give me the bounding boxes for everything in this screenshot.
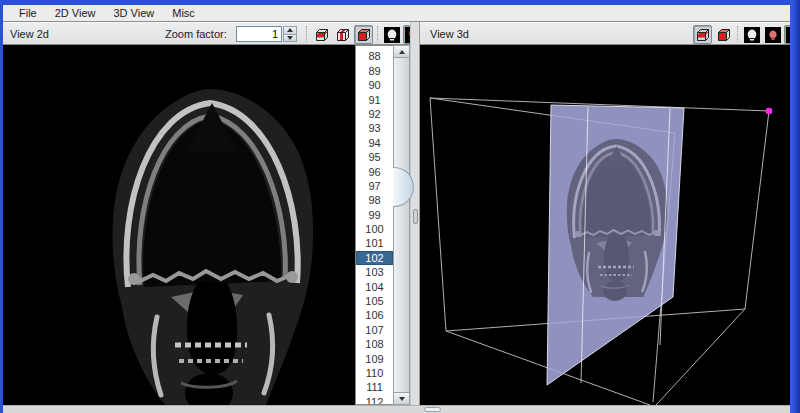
view3d-title: View 3d (430, 28, 469, 40)
slice-row[interactable]: 96 (356, 165, 393, 179)
zoom-factor-stepper (283, 26, 297, 42)
zoom-factor-label: Zoom factor: (165, 28, 227, 40)
menu-item-2d-view[interactable]: 2D View (46, 6, 105, 20)
view2d-toolbar (312, 25, 422, 44)
down-arrow-icon (287, 36, 293, 40)
slice-row[interactable]: 100 (356, 222, 393, 236)
slice-row[interactable]: 109 (356, 352, 393, 366)
bottom-edge-strip (3, 405, 791, 413)
spinner-up-button[interactable] (283, 26, 297, 35)
slice-row[interactable]: 104 (356, 280, 393, 294)
slice-row[interactable]: 90 (356, 78, 393, 92)
slice-row[interactable]: 97 (356, 179, 393, 193)
view2d-title: View 2d (10, 28, 49, 40)
cube-axial-slice-icon (694, 27, 711, 43)
head-soft-tissue-icon (744, 27, 760, 43)
view2d-header: View 2d Zoom factor: (3, 22, 410, 45)
slice-row[interactable]: 105 (356, 294, 393, 308)
slice-row[interactable]: 89 (356, 64, 393, 78)
head-soft-tissue-button[interactable] (742, 25, 761, 44)
slice-row[interactable]: 93 (356, 121, 393, 135)
head-skin-icon (765, 27, 781, 43)
slice-row[interactable]: 88 (356, 49, 393, 63)
slice-row[interactable]: 111 (356, 380, 393, 394)
head-soft-tissue-icon (384, 27, 400, 43)
toolbar-separator (377, 26, 378, 42)
slice-row[interactable]: 94 (356, 136, 393, 150)
menu-item-3d-view[interactable]: 3D View (105, 6, 164, 20)
head-soft-tissue-button[interactable] (382, 25, 401, 44)
scroll-up-button[interactable] (394, 45, 409, 58)
menu-item-misc[interactable]: Misc (163, 6, 204, 20)
cube-axial-slice-button[interactable] (693, 25, 712, 44)
cube-sagittal-slice-icon (334, 27, 351, 43)
slice-row[interactable]: 99 (356, 208, 393, 222)
toolbar-separator (306, 26, 307, 42)
slice-row[interactable]: 101 (356, 236, 393, 250)
slice-row[interactable]: 92 (356, 107, 393, 121)
scroll-down-button[interactable] (394, 392, 409, 405)
slice-row[interactable]: 112 (356, 395, 393, 405)
slice-row[interactable]: 106 (356, 308, 393, 322)
menu-item-file[interactable]: File (10, 6, 46, 20)
slice-row[interactable]: 95 (356, 150, 393, 164)
ct-coronal-slice-image (3, 45, 355, 405)
application-window: File2D View3D ViewMisc View 2d Zoom fact… (0, 0, 800, 413)
slice-row[interactable]: 103 (356, 265, 393, 279)
down-arrow-icon (399, 397, 405, 401)
toolbar-separator (737, 26, 738, 42)
slice-list-items: 8788899091929394959697989910010110210310… (356, 45, 393, 405)
slice-row-selected[interactable]: 102 (356, 251, 393, 265)
slice-row[interactable]: 91 (356, 93, 393, 107)
view3d-canvas[interactable] (420, 45, 791, 405)
slice-row[interactable]: 107 (356, 323, 393, 337)
view3d-toolbar (693, 25, 800, 44)
cube-sagittal-slice-button[interactable] (333, 25, 352, 44)
cube-axial-slice-icon (313, 27, 330, 43)
up-arrow-icon (287, 28, 293, 32)
cube-solid-button[interactable] (354, 25, 373, 44)
menu-bar: File2D View3D ViewMisc (3, 5, 791, 22)
zoom-factor-input[interactable] (236, 26, 282, 42)
up-arrow-icon (399, 50, 405, 54)
view3d-header: View 3d (420, 22, 791, 45)
corner-marker-dot (766, 108, 773, 115)
cube-solid-icon (355, 27, 372, 43)
bottom-grip[interactable] (424, 407, 441, 412)
volume-wireframe-scene (420, 45, 791, 405)
slice-list-scrollbar[interactable] (393, 45, 410, 405)
divider-grip[interactable] (413, 209, 418, 224)
view2d-canvas[interactable] (3, 45, 355, 405)
cube-solid-icon (715, 27, 732, 43)
spinner-down-button[interactable] (283, 35, 297, 43)
slice-row[interactable]: 98 (356, 193, 393, 207)
cube-solid-button[interactable] (714, 25, 733, 44)
head-skin-button[interactable] (763, 25, 782, 44)
slice-row[interactable]: 108 (356, 337, 393, 351)
slice-number-list[interactable]: 8788899091929394959697989910010110210310… (355, 45, 393, 405)
slice-row[interactable]: 110 (356, 366, 393, 380)
window-border (790, 0, 800, 413)
cube-axial-slice-button[interactable] (312, 25, 331, 44)
